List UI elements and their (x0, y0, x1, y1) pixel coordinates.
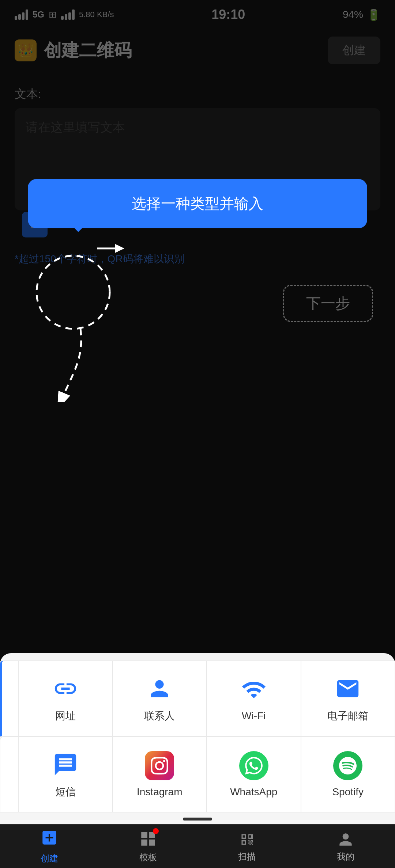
sheet-item-selected-partial[interactable] (0, 660, 18, 736)
nav-item-create[interactable]: 创建 (40, 829, 59, 864)
tooltip-text: 选择一种类型并输入 (132, 195, 263, 212)
nav-item-scan[interactable]: 扫描 (238, 830, 256, 863)
sms-label: 短信 (55, 785, 76, 799)
sms-icon-wrapper (51, 750, 80, 779)
sheet-item-whatsapp[interactable]: WhatsApp (207, 736, 301, 812)
sheet-item-spotify[interactable]: Spotify (301, 736, 395, 812)
contact-label: 联系人 (144, 709, 175, 723)
whatsapp-label: WhatsApp (230, 786, 277, 798)
nav-item-mine[interactable]: 我的 (336, 830, 355, 863)
sheet-row-2: 短信 Instagram WhatsApp (0, 736, 395, 812)
scroll-dot (183, 818, 212, 821)
bottom-nav: 创建 模板 扫描 我的 (0, 824, 395, 868)
create-nav-label: 创建 (41, 853, 58, 864)
sheet-item-wifi[interactable]: Wi-Fi (207, 660, 301, 736)
url-label: 网址 (55, 709, 76, 723)
sheet-item-partial-2[interactable] (0, 736, 18, 812)
mail-icon-wrapper (333, 674, 362, 703)
instagram-label: Instagram (137, 786, 183, 798)
sheet-item-instagram[interactable]: Instagram (113, 736, 207, 812)
tooltip-bubble: 选择一种类型并输入 (28, 179, 367, 228)
wifi-icon-wrapper (239, 675, 268, 704)
contact-icon-wrapper (145, 674, 174, 703)
template-nav-label: 模板 (139, 852, 157, 863)
sheet-item-email[interactable]: 电子邮箱 (301, 660, 395, 736)
whatsapp-icon-outer (239, 751, 268, 780)
sheet-row-1: 网址 联系人 Wi-Fi 电子邮箱 (0, 660, 395, 736)
bottom-sheet: 网址 联系人 Wi-Fi 电子邮箱 (0, 653, 395, 824)
spotify-label: Spotify (332, 786, 364, 798)
template-badge (139, 830, 157, 849)
wifi-label: Wi-Fi (242, 710, 266, 722)
scan-icon (238, 830, 256, 849)
sheet-item-contact[interactable]: 联系人 (113, 660, 207, 736)
nav-item-template[interactable]: 模板 (139, 830, 157, 863)
scan-nav-label: 扫描 (238, 851, 256, 863)
email-label: 电子邮箱 (327, 709, 368, 723)
person-icon (336, 830, 355, 849)
link-icon-wrapper (51, 674, 80, 703)
scroll-indicator (0, 812, 395, 824)
sheet-item-sms[interactable]: 短信 (18, 736, 113, 812)
instagram-icon-wrapper (145, 751, 174, 780)
mine-nav-label: 我的 (337, 851, 354, 863)
spotify-icon-wrapper (333, 751, 362, 780)
plus-icon (40, 829, 59, 850)
sheet-item-url[interactable]: 网址 (18, 660, 113, 736)
